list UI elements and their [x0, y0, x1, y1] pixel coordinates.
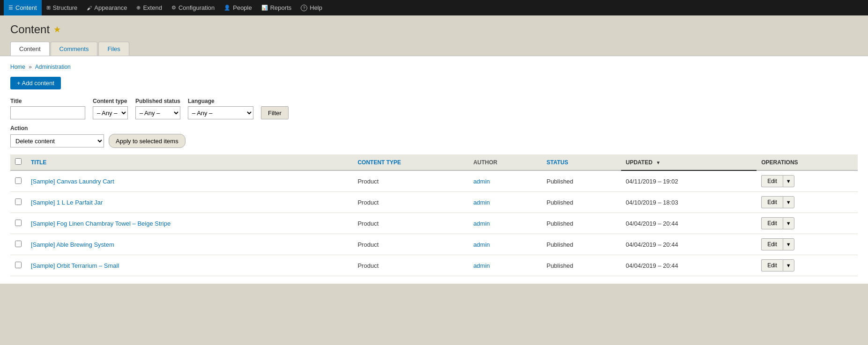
- nav-item-configuration[interactable]: ⚙ Configuration: [167, 0, 219, 15]
- edit-button[interactable]: Edit: [761, 259, 783, 272]
- nav-item-content[interactable]: ☰ Content: [4, 0, 42, 15]
- row-operations-cell: Edit ▼: [757, 213, 858, 234]
- main-content: Home » Administration + Add content Titl…: [0, 56, 868, 284]
- table-row: [Sample] Orbit Terrarium – Small Product…: [10, 255, 858, 276]
- add-content-button[interactable]: + Add content: [10, 77, 61, 89]
- select-all-checkbox[interactable]: [15, 158, 22, 165]
- edit-btn-wrap: Edit ▼: [761, 196, 853, 208]
- action-select[interactable]: Delete content: [10, 134, 104, 147]
- row-title-link[interactable]: [Sample] 1 L Le Parfait Jar: [31, 199, 103, 206]
- row-updated-cell: 04/10/2019 – 18:03: [621, 192, 757, 213]
- row-content-type-cell: Product: [353, 234, 468, 255]
- row-title-cell: [Sample] 1 L Le Parfait Jar: [26, 192, 353, 213]
- nav-label-extend: Extend: [143, 4, 162, 11]
- row-author-link[interactable]: admin: [473, 262, 490, 269]
- table-header-row: TITLE CONTENT TYPE AUTHOR STATUS UPDATED…: [10, 154, 858, 170]
- nav-label-configuration: Configuration: [178, 4, 215, 11]
- row-checkbox[interactable]: [15, 220, 22, 226]
- row-author-cell: admin: [468, 170, 542, 192]
- row-title-link[interactable]: [Sample] Canvas Laundry Cart: [31, 178, 114, 185]
- row-author-link[interactable]: admin: [473, 241, 490, 248]
- language-select[interactable]: – Any –: [188, 106, 253, 119]
- page-header: Content ★ Content Comments Files: [0, 15, 868, 56]
- col-type-label: CONTENT TYPE: [357, 159, 401, 166]
- edit-dropdown-button[interactable]: ▼: [783, 238, 794, 250]
- row-checkbox[interactable]: [15, 241, 22, 247]
- apply-button[interactable]: Apply to selected items: [109, 134, 185, 148]
- row-operations-cell: Edit ▼: [757, 192, 858, 213]
- row-author-cell: admin: [468, 192, 542, 213]
- nav-label-people: People: [233, 4, 252, 11]
- title-filter-label: Title: [10, 98, 85, 104]
- row-checkbox[interactable]: [15, 177, 22, 184]
- row-author-link[interactable]: admin: [473, 199, 490, 206]
- row-status-cell: Published: [542, 213, 621, 234]
- row-updated-cell: 04/04/2019 – 20:44: [621, 213, 757, 234]
- row-status-cell: Published: [542, 234, 621, 255]
- col-header-content-type[interactable]: CONTENT TYPE: [353, 154, 468, 170]
- reports-icon: 📊: [261, 5, 268, 11]
- col-header-status[interactable]: STATUS: [542, 154, 621, 170]
- edit-button[interactable]: Edit: [761, 217, 783, 229]
- extend-icon: ⊕: [136, 5, 141, 11]
- row-author-link[interactable]: admin: [473, 220, 490, 227]
- table-row: [Sample] Able Brewing System Product adm…: [10, 234, 858, 255]
- title-filter-field: Title: [10, 98, 85, 119]
- title-filter-input[interactable]: [10, 106, 85, 119]
- table-row: [Sample] 1 L Le Parfait Jar Product admi…: [10, 192, 858, 213]
- row-author-cell: admin: [468, 213, 542, 234]
- col-author-label: AUTHOR: [473, 159, 497, 166]
- row-content-type-cell: Product: [353, 255, 468, 276]
- row-checkbox[interactable]: [15, 198, 22, 205]
- published-status-select[interactable]: – Any –: [135, 106, 180, 119]
- col-header-title[interactable]: TITLE: [26, 154, 353, 170]
- row-author-link[interactable]: admin: [473, 178, 490, 185]
- col-header-author[interactable]: AUTHOR: [468, 154, 542, 170]
- published-status-label: Published status: [135, 98, 180, 104]
- filter-button[interactable]: Filter: [261, 106, 289, 119]
- favorite-star-icon[interactable]: ★: [53, 24, 61, 35]
- row-checkbox-cell: [10, 192, 26, 213]
- language-label: Language: [188, 98, 253, 104]
- tab-files[interactable]: Files: [98, 42, 129, 56]
- filter-form: Title Content type – Any – Published sta…: [10, 98, 858, 119]
- nav-item-appearance[interactable]: 🖌 Appearance: [82, 0, 132, 15]
- breadcrumb-sep: »: [29, 64, 32, 70]
- col-status-label: STATUS: [547, 159, 568, 166]
- row-title-link[interactable]: [Sample] Able Brewing System: [31, 241, 114, 248]
- nav-label-help: Help: [310, 4, 322, 11]
- col-header-updated[interactable]: UPDATED ▼: [621, 154, 757, 170]
- edit-button[interactable]: Edit: [761, 196, 783, 208]
- appearance-icon: 🖌: [87, 5, 92, 11]
- content-table: TITLE CONTENT TYPE AUTHOR STATUS UPDATED…: [10, 154, 858, 276]
- row-title-link[interactable]: [Sample] Fog Linen Chambray Towel – Beig…: [31, 220, 171, 227]
- edit-dropdown-button[interactable]: ▼: [783, 217, 794, 229]
- row-checkbox[interactable]: [15, 262, 22, 268]
- row-operations-cell: Edit ▼: [757, 234, 858, 255]
- row-title-link[interactable]: [Sample] Orbit Terrarium – Small: [31, 262, 119, 269]
- nav-item-help[interactable]: ? Help: [296, 0, 327, 15]
- breadcrumb-admin[interactable]: Administration: [35, 64, 71, 70]
- table-row: [Sample] Fog Linen Chambray Towel – Beig…: [10, 213, 858, 234]
- edit-dropdown-button[interactable]: ▼: [783, 259, 794, 272]
- page-title: Content ★: [10, 23, 858, 36]
- nav-item-structure[interactable]: ⊞ Structure: [42, 0, 82, 15]
- row-updated-cell: 04/11/2019 – 19:02: [621, 170, 757, 192]
- content-type-select[interactable]: – Any –: [93, 106, 128, 119]
- edit-btn-wrap: Edit ▼: [761, 259, 853, 272]
- action-section: Action Delete content Apply to selected …: [10, 125, 858, 148]
- nav-item-reports[interactable]: 📊 Reports: [257, 0, 297, 15]
- nav-item-extend[interactable]: ⊕ Extend: [132, 0, 166, 15]
- edit-dropdown-button[interactable]: ▼: [783, 196, 794, 208]
- edit-dropdown-button[interactable]: ▼: [783, 175, 794, 187]
- breadcrumb-home[interactable]: Home: [10, 64, 25, 70]
- nav-item-people[interactable]: 👤 People: [219, 0, 256, 15]
- language-filter-field: Language – Any –: [188, 98, 253, 119]
- edit-button[interactable]: Edit: [761, 175, 783, 187]
- tab-comments[interactable]: Comments: [51, 42, 98, 56]
- tab-comments-label: Comments: [59, 45, 89, 52]
- tab-content-label: Content: [19, 45, 41, 52]
- edit-button[interactable]: Edit: [761, 238, 783, 250]
- tab-content[interactable]: Content: [10, 42, 50, 56]
- page-wrapper: Content ★ Content Comments Files Home » …: [0, 15, 868, 345]
